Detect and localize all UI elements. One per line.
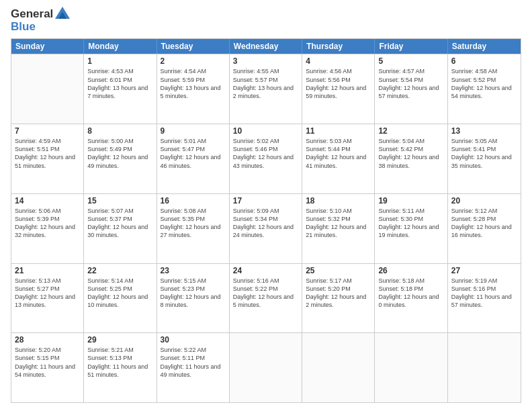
cal-cell-empty-4 xyxy=(302,333,375,402)
cal-cell-3: 3Sunrise: 4:55 AMSunset: 5:57 PMDaylight… xyxy=(230,54,302,124)
header-day-friday: Friday xyxy=(375,39,447,54)
cal-cell-29: 29Sunrise: 5:21 AMSunset: 5:13 PMDayligh… xyxy=(84,333,157,402)
cell-info: Sunrise: 5:08 AMSunset: 5:35 PMDaylight:… xyxy=(161,207,226,240)
cell-day-number: 5 xyxy=(378,56,443,66)
cal-cell-24: 24Sunrise: 5:16 AMSunset: 5:22 PMDayligh… xyxy=(230,264,302,333)
cell-day-number: 29 xyxy=(87,335,152,345)
cell-day-number: 14 xyxy=(15,196,80,205)
cal-cell-1: 1Sunrise: 4:53 AMSunset: 6:01 PMDaylight… xyxy=(84,54,157,124)
cal-cell-13: 13Sunrise: 5:05 AMSunset: 5:41 PMDayligh… xyxy=(448,124,521,193)
cell-day-number: 22 xyxy=(87,266,152,275)
cell-day-number: 2 xyxy=(161,56,226,66)
cell-info: Sunrise: 4:58 AMSunset: 5:52 PMDaylight:… xyxy=(451,67,517,100)
cell-day-number: 7 xyxy=(15,126,80,136)
cell-info: Sunrise: 5:22 AMSunset: 5:11 PMDaylight:… xyxy=(161,346,226,379)
cell-day-number: 18 xyxy=(306,196,371,205)
cell-info: Sunrise: 5:15 AMSunset: 5:23 PMDaylight:… xyxy=(161,277,226,310)
cell-day-number: 3 xyxy=(233,56,298,66)
cal-cell-10: 10Sunrise: 5:02 AMSunset: 5:46 PMDayligh… xyxy=(230,124,302,193)
cell-day-number: 6 xyxy=(451,56,517,66)
cal-cell-empty-3 xyxy=(230,333,302,402)
header-day-saturday: Saturday xyxy=(448,39,521,54)
cell-info: Sunrise: 5:07 AMSunset: 5:37 PMDaylight:… xyxy=(87,207,152,240)
cell-info: Sunrise: 4:56 AMSunset: 5:56 PMDaylight:… xyxy=(306,67,371,100)
page: General Blue SundayMondayTuesdayWednesda… xyxy=(0,0,532,411)
cell-day-number: 8 xyxy=(87,126,152,136)
week-row-2: 7Sunrise: 4:59 AMSunset: 5:51 PMDaylight… xyxy=(11,124,521,193)
cell-info: Sunrise: 4:53 AMSunset: 6:01 PMDaylight:… xyxy=(87,67,152,100)
logo-general: General xyxy=(11,8,53,21)
cell-day-number: 19 xyxy=(378,196,443,205)
cal-cell-15: 15Sunrise: 5:07 AMSunset: 5:37 PMDayligh… xyxy=(84,194,157,263)
logo-icon xyxy=(55,7,70,19)
cell-day-number: 24 xyxy=(233,266,298,275)
cal-cell-7: 7Sunrise: 4:59 AMSunset: 5:51 PMDaylight… xyxy=(11,124,84,193)
cell-info: Sunrise: 5:20 AMSunset: 5:15 PMDaylight:… xyxy=(15,346,80,379)
logo-blue: Blue xyxy=(11,21,70,34)
header-day-sunday: Sunday xyxy=(11,39,84,54)
cell-day-number: 25 xyxy=(306,266,371,275)
cal-cell-21: 21Sunrise: 5:13 AMSunset: 5:27 PMDayligh… xyxy=(11,264,84,333)
cal-cell-27: 27Sunrise: 5:19 AMSunset: 5:16 PMDayligh… xyxy=(448,264,521,333)
cal-cell-5: 5Sunrise: 4:57 AMSunset: 5:54 PMDaylight… xyxy=(375,54,447,124)
cal-cell-12: 12Sunrise: 5:04 AMSunset: 5:42 PMDayligh… xyxy=(375,124,447,193)
cell-info: Sunrise: 5:06 AMSunset: 5:39 PMDaylight:… xyxy=(15,207,80,240)
cell-info: Sunrise: 5:09 AMSunset: 5:34 PMDaylight:… xyxy=(233,207,298,240)
header-day-wednesday: Wednesday xyxy=(230,39,302,54)
cell-info: Sunrise: 4:57 AMSunset: 5:54 PMDaylight:… xyxy=(378,67,443,100)
logo: General Blue xyxy=(11,8,70,33)
cal-cell-2: 2Sunrise: 4:54 AMSunset: 5:59 PMDaylight… xyxy=(157,54,230,124)
week-row-4: 21Sunrise: 5:13 AMSunset: 5:27 PMDayligh… xyxy=(11,263,521,333)
cal-cell-17: 17Sunrise: 5:09 AMSunset: 5:34 PMDayligh… xyxy=(230,194,302,263)
cell-day-number: 4 xyxy=(306,56,371,66)
cell-info: Sunrise: 5:14 AMSunset: 5:25 PMDaylight:… xyxy=(87,277,152,310)
cal-cell-9: 9Sunrise: 5:01 AMSunset: 5:47 PMDaylight… xyxy=(157,124,230,193)
cal-cell-23: 23Sunrise: 5:15 AMSunset: 5:23 PMDayligh… xyxy=(157,264,230,333)
cell-info: Sunrise: 5:13 AMSunset: 5:27 PMDaylight:… xyxy=(15,277,80,310)
cal-cell-empty-5 xyxy=(375,333,447,402)
calendar-header: SundayMondayTuesdayWednesdayThursdayFrid… xyxy=(11,39,521,54)
cal-cell-26: 26Sunrise: 5:18 AMSunset: 5:18 PMDayligh… xyxy=(375,264,447,333)
cell-info: Sunrise: 5:10 AMSunset: 5:32 PMDaylight:… xyxy=(306,207,371,240)
week-row-5: 28Sunrise: 5:20 AMSunset: 5:15 PMDayligh… xyxy=(11,332,521,402)
header-day-tuesday: Tuesday xyxy=(157,39,230,54)
cell-info: Sunrise: 5:04 AMSunset: 5:42 PMDaylight:… xyxy=(378,137,443,170)
cell-day-number: 26 xyxy=(378,266,443,275)
cell-day-number: 21 xyxy=(15,266,80,275)
week-row-3: 14Sunrise: 5:06 AMSunset: 5:39 PMDayligh… xyxy=(11,193,521,263)
cell-day-number: 30 xyxy=(161,335,226,345)
cell-info: Sunrise: 5:17 AMSunset: 5:20 PMDaylight:… xyxy=(306,277,371,310)
cell-day-number: 11 xyxy=(306,126,371,136)
cell-info: Sunrise: 5:21 AMSunset: 5:13 PMDaylight:… xyxy=(87,346,152,379)
cell-day-number: 12 xyxy=(378,126,443,136)
header-day-monday: Monday xyxy=(84,39,157,54)
header-day-thursday: Thursday xyxy=(302,39,375,54)
cell-info: Sunrise: 5:16 AMSunset: 5:22 PMDaylight:… xyxy=(233,277,298,310)
calendar: SundayMondayTuesdayWednesdayThursdayFrid… xyxy=(11,38,521,403)
cell-day-number: 10 xyxy=(233,126,298,136)
cal-cell-25: 25Sunrise: 5:17 AMSunset: 5:20 PMDayligh… xyxy=(302,264,375,333)
cal-cell-6: 6Sunrise: 4:58 AMSunset: 5:52 PMDaylight… xyxy=(448,54,521,124)
week-row-1: 1Sunrise: 4:53 AMSunset: 6:01 PMDaylight… xyxy=(11,54,521,124)
cal-cell-4: 4Sunrise: 4:56 AMSunset: 5:56 PMDaylight… xyxy=(302,54,375,124)
cell-info: Sunrise: 4:59 AMSunset: 5:51 PMDaylight:… xyxy=(15,137,80,170)
cal-cell-11: 11Sunrise: 5:03 AMSunset: 5:44 PMDayligh… xyxy=(302,124,375,193)
cal-cell-28: 28Sunrise: 5:20 AMSunset: 5:15 PMDayligh… xyxy=(11,333,84,402)
cell-info: Sunrise: 5:19 AMSunset: 5:16 PMDaylight:… xyxy=(451,277,517,310)
cell-day-number: 27 xyxy=(451,266,517,275)
cell-info: Sunrise: 4:55 AMSunset: 5:57 PMDaylight:… xyxy=(233,67,298,100)
cell-info: Sunrise: 5:00 AMSunset: 5:49 PMDaylight:… xyxy=(87,137,152,170)
cell-info: Sunrise: 5:01 AMSunset: 5:47 PMDaylight:… xyxy=(161,137,226,170)
cell-info: Sunrise: 5:05 AMSunset: 5:41 PMDaylight:… xyxy=(451,137,517,170)
cal-cell-empty-0 xyxy=(11,54,84,124)
cal-cell-16: 16Sunrise: 5:08 AMSunset: 5:35 PMDayligh… xyxy=(157,194,230,263)
cell-day-number: 23 xyxy=(161,266,226,275)
cal-cell-30: 30Sunrise: 5:22 AMSunset: 5:11 PMDayligh… xyxy=(157,333,230,402)
cal-cell-8: 8Sunrise: 5:00 AMSunset: 5:49 PMDaylight… xyxy=(84,124,157,193)
cal-cell-20: 20Sunrise: 5:12 AMSunset: 5:28 PMDayligh… xyxy=(448,194,521,263)
cell-day-number: 28 xyxy=(15,335,80,345)
cell-day-number: 1 xyxy=(87,56,152,66)
cal-cell-19: 19Sunrise: 5:11 AMSunset: 5:30 PMDayligh… xyxy=(375,194,447,263)
cell-day-number: 15 xyxy=(87,196,152,205)
cal-cell-22: 22Sunrise: 5:14 AMSunset: 5:25 PMDayligh… xyxy=(84,264,157,333)
